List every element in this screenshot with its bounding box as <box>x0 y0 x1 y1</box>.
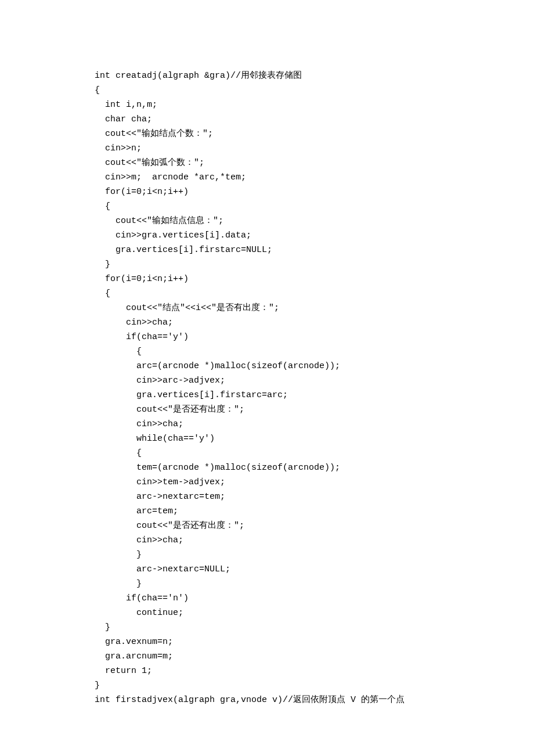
code-line: cout<<"是否还有出度："; <box>95 402 534 417</box>
code-line: int i,n,m; <box>95 98 534 112</box>
code-line: cin>>tem->adjvex; <box>95 475 534 489</box>
code-line: if(cha=='y') <box>95 330 534 344</box>
code-line: cin>>cha; <box>95 417 534 431</box>
code-line: cout<<"是否还有出度："; <box>95 519 534 533</box>
code-line: { <box>95 199 534 214</box>
code-line: cout<<"输如结点个数："; <box>95 127 534 141</box>
code-line: int creatadj(algraph &gra)//用邻接表存储图 <box>95 69 534 83</box>
code-line: } <box>95 257 534 272</box>
code-line: { <box>95 446 534 460</box>
code-line: arc=(arcnode *)malloc(sizeof(arcnode)); <box>95 359 534 373</box>
code-line: arc->nextarc=NULL; <box>95 562 534 577</box>
code-line: cout<<"结点"<<i<<"是否有出度："; <box>95 301 534 315</box>
code-line: arc->nextarc=tem; <box>95 489 534 504</box>
code-line: if(cha=='n') <box>95 591 534 606</box>
code-line: gra.vexnum=n; <box>95 635 534 649</box>
code-line: gra.vertices[i].firstarc=arc; <box>95 388 534 402</box>
code-line: tem=(arcnode *)malloc(sizeof(arcnode)); <box>95 460 534 475</box>
code-line: cout<<"输如弧个数："; <box>95 156 534 170</box>
code-line: } <box>95 678 534 693</box>
code-line: gra.vertices[i].firstarc=NULL; <box>95 243 534 257</box>
code-line: { <box>95 286 534 301</box>
code-line: cin>>cha; <box>95 533 534 548</box>
code-line: { <box>95 344 534 359</box>
code-line: int firstadjvex(algraph gra,vnode v)//返回… <box>95 693 534 707</box>
code-line: cin>>gra.vertices[i].data; <box>95 228 534 243</box>
code-line: cin>>cha; <box>95 315 534 330</box>
code-line: for(i=0;i<n;i++) <box>95 272 534 286</box>
code-line: arc=tem; <box>95 504 534 519</box>
code-line: } <box>95 548 534 562</box>
code-line: cin>>m; arcnode *arc,*tem; <box>95 170 534 185</box>
code-line: gra.arcnum=m; <box>95 649 534 664</box>
code-line: } <box>95 620 534 635</box>
code-line: { <box>95 83 534 98</box>
code-line: return 1; <box>95 664 534 678</box>
code-line: cin>>arc->adjvex; <box>95 373 534 388</box>
code-line: char cha; <box>95 112 534 127</box>
code-line: continue; <box>95 606 534 620</box>
code-line: for(i=0;i<n;i++) <box>95 185 534 199</box>
code-document: int creatadj(algraph &gra)//用邻接表存储图 { in… <box>0 0 534 707</box>
code-line: cin>>n; <box>95 141 534 156</box>
code-line: while(cha=='y') <box>95 431 534 446</box>
code-line: } <box>95 577 534 591</box>
code-line: cout<<"输如结点信息："; <box>95 214 534 228</box>
